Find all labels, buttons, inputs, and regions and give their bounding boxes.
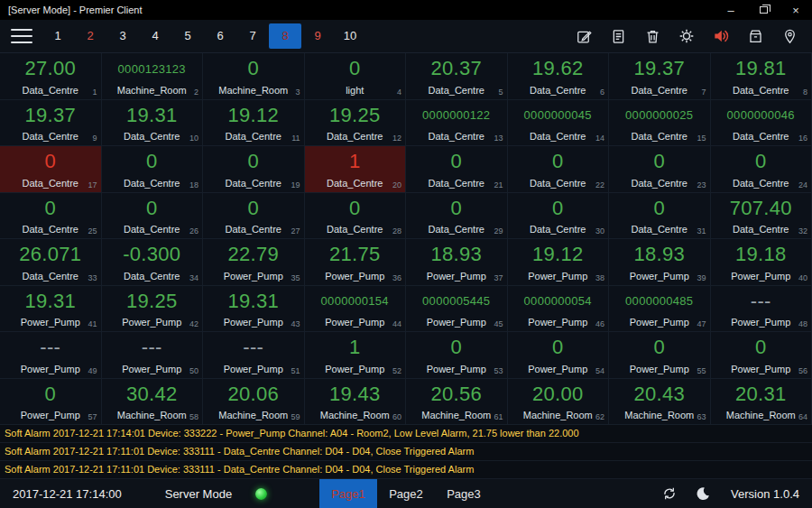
data-tile-38[interactable]: 19.12Power_Pump38 [508, 239, 610, 286]
report-icon[interactable] [608, 26, 628, 46]
alarm-sound-icon[interactable] [711, 26, 731, 46]
tile-index: 49 [88, 366, 97, 375]
tab-page1[interactable]: Page1 [319, 479, 377, 508]
data-tile-36[interactable]: 21.75Power_Pump36 [305, 239, 407, 286]
page-number-10[interactable]: 10 [334, 23, 366, 49]
data-tile-49[interactable]: ---Power_Pump49 [0, 332, 102, 379]
data-tile-19[interactable]: 0Data_Centre19 [203, 146, 305, 193]
data-tile-26[interactable]: 0Data_Centre26 [102, 193, 204, 240]
data-tile-32[interactable]: 707.40Data_Centre32 [711, 193, 812, 240]
night-mode-icon[interactable] [695, 485, 711, 502]
close-button[interactable]: × [780, 0, 812, 20]
minimize-button[interactable]: – [715, 0, 747, 20]
data-tile-50[interactable]: ---Power_Pump50 [102, 332, 204, 379]
tile-value: 19.62 [532, 53, 584, 85]
data-tile-44[interactable]: 0000000154Power_Pump44 [305, 286, 407, 333]
menu-icon[interactable] [11, 29, 32, 43]
data-tile-15[interactable]: 0000000025Data_Centre15 [609, 100, 711, 147]
data-tile-4[interactable]: 0light4 [305, 53, 407, 100]
page-number-8[interactable]: 8 [269, 23, 301, 49]
tile-index: 62 [595, 412, 604, 421]
data-tile-25[interactable]: 0Data_Centre25 [0, 193, 102, 240]
data-tile-11[interactable]: 19.12Data_Centre11 [203, 100, 305, 147]
data-tile-40[interactable]: 19.18Power_Pump40 [711, 239, 812, 286]
data-tile-13[interactable]: 0000000122Data_Centre13 [406, 100, 508, 147]
page-number-7[interactable]: 7 [236, 23, 269, 49]
page-number-9[interactable]: 9 [301, 23, 334, 49]
tile-label: Data_Centre [124, 271, 180, 282]
data-tile-47[interactable]: 0000000485Power_Pump47 [609, 286, 711, 333]
data-tile-6[interactable]: 19.62Data_Centre6 [508, 53, 610, 100]
data-tile-61[interactable]: 20.56Machine_Room61 [406, 379, 508, 426]
data-tile-45[interactable]: 0000005445Power_Pump45 [406, 286, 508, 333]
tab-page3[interactable]: Page3 [435, 479, 493, 508]
trash-icon[interactable] [642, 26, 662, 46]
data-tile-54[interactable]: 0Power_Pump54 [508, 332, 610, 379]
tile-index: 48 [798, 319, 807, 328]
edit-icon[interactable] [574, 26, 594, 46]
location-icon[interactable] [780, 26, 799, 46]
data-tile-20[interactable]: 1Data_Centre20 [305, 146, 407, 193]
data-tile-27[interactable]: 0Data_Centre27 [203, 193, 305, 240]
page-number-1[interactable]: 1 [42, 23, 74, 49]
data-tile-46[interactable]: 0000000054Power_Pump46 [508, 286, 610, 333]
data-tile-12[interactable]: 19.25Data_Centre12 [305, 100, 407, 147]
data-tile-31[interactable]: 0Data_Centre31 [609, 193, 711, 240]
data-tile-23[interactable]: 0Data_Centre23 [609, 146, 711, 193]
data-tile-59[interactable]: 20.06Machine_Room59 [203, 379, 305, 426]
tile-value: 0000000054 [524, 286, 592, 318]
data-tile-35[interactable]: 22.79Power_Pump35 [203, 239, 305, 286]
page-number-4[interactable]: 4 [139, 23, 171, 49]
settings-icon[interactable] [677, 26, 697, 46]
data-tile-33[interactable]: 26.071Data_Centre33 [0, 239, 102, 286]
data-tile-1[interactable]: 27.00Data_Centre1 [0, 53, 102, 100]
maximize-button[interactable] [747, 0, 780, 20]
data-tile-53[interactable]: 0Power_Pump53 [406, 332, 508, 379]
data-tile-22[interactable]: 0Data_Centre22 [508, 146, 610, 193]
data-tile-56[interactable]: 0Power_Pump56 [711, 332, 812, 379]
data-tile-7[interactable]: 19.37Data_Centre7 [609, 53, 711, 100]
data-tile-42[interactable]: 19.25Power_Pump42 [102, 286, 204, 333]
data-tile-51[interactable]: ---Power_Pump51 [203, 332, 305, 379]
data-tile-10[interactable]: 19.31Data_Centre10 [102, 100, 204, 147]
tile-index: 6 [600, 88, 604, 97]
data-tile-18[interactable]: 0Data_Centre18 [102, 146, 204, 193]
page-number-5[interactable]: 5 [171, 23, 204, 49]
data-tile-2[interactable]: 0000123123Machine_Room2 [102, 53, 204, 100]
data-tile-43[interactable]: 19.31Power_Pump43 [203, 286, 305, 333]
page-number-6[interactable]: 6 [204, 23, 236, 49]
data-tile-14[interactable]: 0000000045Data_Centre14 [508, 100, 610, 147]
sync-icon[interactable] [660, 485, 678, 503]
data-tile-52[interactable]: 1Power_Pump52 [305, 332, 407, 379]
data-tile-30[interactable]: 0Data_Centre30 [508, 193, 610, 240]
data-tile-39[interactable]: 18.93Power_Pump39 [609, 239, 711, 286]
data-tile-5[interactable]: 20.37Data_Centre5 [406, 53, 508, 100]
data-tile-63[interactable]: 20.43Machine_Room63 [609, 379, 711, 426]
data-tile-41[interactable]: 19.31Power_Pump41 [0, 286, 102, 333]
tile-label: Power_Pump [224, 364, 283, 375]
data-tile-60[interactable]: 19.43Machine_Room60 [305, 379, 407, 426]
data-tile-62[interactable]: 20.00Machine_Room62 [508, 379, 610, 426]
data-tile-9[interactable]: 19.37Data_Centre9 [0, 100, 102, 147]
data-tile-28[interactable]: 0Data_Centre28 [305, 193, 407, 240]
data-tile-17[interactable]: 0Data_Centre17 [0, 146, 102, 193]
data-tile-3[interactable]: 0Machine_Room3 [203, 53, 305, 100]
tab-page2[interactable]: Page2 [377, 479, 435, 508]
page-number-2[interactable]: 2 [74, 23, 106, 49]
data-tile-21[interactable]: 0Data_Centre21 [406, 146, 508, 193]
data-tile-29[interactable]: 0Data_Centre29 [406, 193, 508, 240]
data-tile-37[interactable]: 18.93Power_Pump37 [406, 239, 508, 286]
tile-index: 58 [189, 412, 198, 421]
data-tile-16[interactable]: 0000000046Data_Centre16 [711, 100, 812, 147]
data-tile-8[interactable]: 19.81Data_Centre8 [711, 53, 812, 100]
data-tile-24[interactable]: 0Data_Centre24 [711, 146, 812, 193]
page-number-3[interactable]: 3 [106, 23, 139, 49]
data-tile-57[interactable]: 0Power_Pump57 [0, 379, 102, 426]
data-tile-58[interactable]: 30.42Machine_Room58 [102, 379, 204, 426]
data-tile-48[interactable]: ---Power_Pump48 [711, 286, 812, 333]
data-tile-55[interactable]: 0Power_Pump55 [609, 332, 711, 379]
clear-alarms-icon[interactable] [745, 26, 765, 46]
tile-index: 27 [291, 226, 300, 236]
data-tile-34[interactable]: -0.300Data_Centre34 [102, 239, 204, 286]
data-tile-64[interactable]: 20.31Machine_Room64 [711, 379, 812, 426]
